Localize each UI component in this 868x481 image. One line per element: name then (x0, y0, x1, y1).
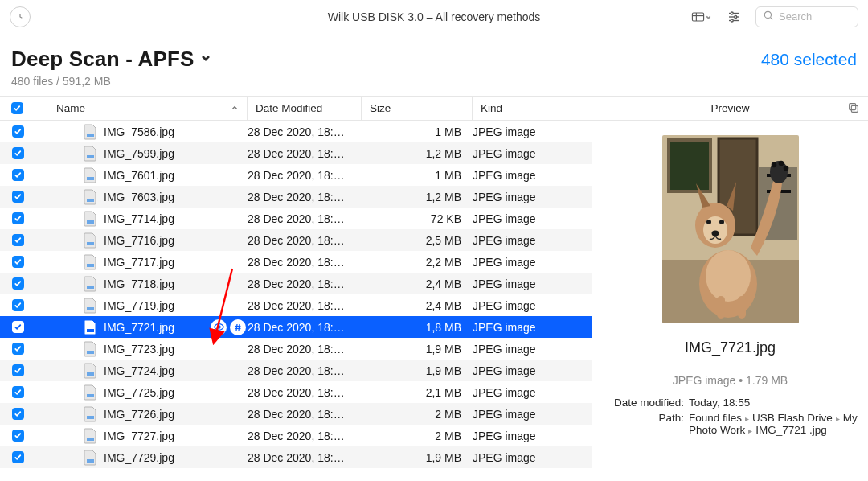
table-row[interactable]: IMG_7729.jpg28 Dec 2020, 18:…1,9 MBJPEG … (0, 446, 592, 468)
svg-rect-30 (87, 438, 94, 441)
row-checkbox[interactable] (12, 430, 24, 442)
table-row[interactable]: IMG_7601.jpg28 Dec 2020, 18:…1 MBJPEG im… (0, 164, 592, 186)
file-name: IMG_7586.jpg (104, 125, 174, 138)
svg-rect-17 (87, 264, 94, 267)
column-kind[interactable]: Kind (473, 97, 592, 120)
preview-path-value: Found files▸USB Flash Drive▸My Photo Wor… (689, 412, 858, 436)
row-checkbox[interactable] (12, 256, 24, 268)
svg-rect-32 (851, 105, 858, 112)
file-date: 28 Dec 2020, 18:… (248, 234, 362, 247)
svg-point-21 (217, 326, 219, 328)
column-name[interactable]: Name (35, 97, 248, 120)
file-name: IMG_7729.jpg (104, 451, 174, 464)
table-row[interactable]: IMG_7717.jpg28 Dec 2020, 18:…2,2 MBJPEG … (0, 251, 592, 273)
table-row[interactable]: IMG_7727.jpg28 Dec 2020, 18:…2 MBJPEG im… (0, 425, 592, 446)
row-checkbox[interactable] (12, 212, 24, 224)
settings-button[interactable] (723, 8, 744, 26)
row-checkbox[interactable] (12, 451, 24, 463)
row-checkbox[interactable] (12, 191, 24, 203)
file-date: 28 Dec 2020, 18:… (248, 278, 362, 290)
file-date: 28 Dec 2020, 18:… (248, 169, 362, 182)
row-checkbox[interactable] (12, 125, 24, 138)
row-checkbox[interactable] (12, 408, 24, 420)
table-row[interactable]: IMG_7721.jpg28 Dec 2020, 18:…1,8 MBJPEG … (0, 316, 592, 338)
row-checkbox[interactable] (12, 278, 24, 290)
file-icon (84, 428, 97, 444)
svg-line-25 (239, 324, 240, 331)
table-row[interactable]: IMG_7724.jpg28 Dec 2020, 18:…1,9 MBJPEG … (0, 360, 592, 381)
svg-line-24 (236, 324, 237, 331)
table-row[interactable]: IMG_7599.jpg28 Dec 2020, 18:…1,2 MBJPEG … (0, 142, 592, 164)
file-size: 2,4 MB (362, 299, 473, 312)
svg-point-49 (778, 161, 784, 166)
file-name: IMG_7603.jpg (104, 191, 174, 204)
svg-rect-27 (87, 372, 94, 376)
svg-point-9 (764, 11, 771, 18)
file-date: 28 Dec 2020, 18:… (248, 386, 362, 399)
svg-rect-31 (87, 459, 94, 462)
svg-rect-45 (717, 296, 725, 319)
preview-file-meta: JPEG image • 1.79 MB (673, 374, 788, 387)
table-row[interactable]: IMG_7603.jpg28 Dec 2020, 18:…1,2 MBJPEG … (0, 186, 592, 208)
file-size: 1,2 MB (362, 147, 473, 160)
breadcrumb-separator-icon: ▸ (836, 414, 840, 423)
select-all-checkbox[interactable] (0, 97, 35, 120)
table-row[interactable]: IMG_7723.jpg28 Dec 2020, 18:…1,9 MBJPEG … (0, 338, 592, 360)
table-row[interactable]: IMG_7719.jpg28 Dec 2020, 18:…2,4 MBJPEG … (0, 294, 592, 316)
breadcrumb-part: IMG_7721 .jpg (755, 424, 827, 436)
file-name: IMG_7726.jpg (104, 408, 174, 421)
row-checkbox[interactable] (12, 147, 24, 159)
file-kind: JPEG image (473, 256, 592, 269)
svg-rect-29 (87, 416, 94, 419)
breadcrumb-part: USB Flash Drive (752, 412, 833, 424)
svg-rect-14 (87, 199, 94, 202)
file-list[interactable]: IMG_7586.jpg28 Dec 2020, 18:…1 MBJPEG im… (0, 121, 592, 475)
chevron-down-icon[interactable] (199, 51, 212, 68)
file-date: 28 Dec 2020, 18:… (248, 147, 362, 160)
search-box[interactable] (755, 6, 858, 27)
column-size[interactable]: Size (362, 97, 473, 120)
search-input[interactable] (779, 10, 851, 23)
view-mode-button[interactable] (691, 8, 712, 26)
back-button[interactable] (10, 6, 31, 27)
selected-count: 480 selected (761, 47, 857, 69)
file-kind: JPEG image (473, 430, 592, 442)
table-row[interactable]: IMG_7586.jpg28 Dec 2020, 18:…1 MBJPEG im… (0, 121, 592, 142)
row-checkbox[interactable] (12, 321, 24, 333)
row-checkbox[interactable] (12, 299, 24, 311)
table-row[interactable]: IMG_7718.jpg28 Dec 2020, 18:…2,4 MBJPEG … (0, 273, 592, 294)
file-icon (84, 124, 97, 140)
svg-rect-11 (87, 134, 94, 137)
file-size: 1,2 MB (362, 191, 473, 204)
row-checkbox[interactable] (12, 364, 24, 376)
eye-icon[interactable] (211, 319, 227, 335)
file-size: 2 MB (362, 430, 473, 442)
svg-point-48 (771, 162, 776, 168)
page-header: Deep Scan - APFS 480 files / 591,2 MB 48… (0, 34, 868, 96)
svg-rect-19 (87, 307, 94, 310)
row-checkbox[interactable] (12, 343, 24, 355)
copy-icon[interactable] (847, 101, 860, 117)
file-name: IMG_7599.jpg (104, 147, 174, 160)
column-date[interactable]: Date Modified (248, 97, 362, 120)
row-checkbox[interactable] (12, 169, 24, 181)
table-row[interactable]: IMG_7716.jpg28 Dec 2020, 18:…2,5 MBJPEG … (0, 229, 592, 251)
file-size: 1 MB (362, 169, 473, 182)
table-row[interactable]: IMG_7725.jpg28 Dec 2020, 18:…2,1 MBJPEG … (0, 381, 592, 403)
svg-rect-16 (87, 242, 94, 245)
file-icon (84, 363, 97, 379)
file-date: 28 Dec 2020, 18:… (248, 364, 362, 377)
search-icon (763, 10, 774, 24)
preview-image (662, 135, 799, 323)
file-date: 28 Dec 2020, 18:… (248, 191, 362, 204)
hash-icon[interactable] (230, 319, 246, 335)
table-row[interactable]: IMG_7726.jpg28 Dec 2020, 18:…2 MBJPEG im… (0, 403, 592, 425)
row-checkbox[interactable] (12, 234, 24, 246)
file-name: IMG_7717.jpg (104, 256, 174, 269)
svg-point-44 (706, 250, 751, 302)
file-icon (84, 276, 97, 292)
file-kind: JPEG image (473, 191, 592, 204)
row-checkbox[interactable] (12, 386, 24, 398)
file-icon (84, 167, 97, 183)
table-row[interactable]: IMG_7714.jpg28 Dec 2020, 18:…72 KBJPEG i… (0, 208, 592, 229)
